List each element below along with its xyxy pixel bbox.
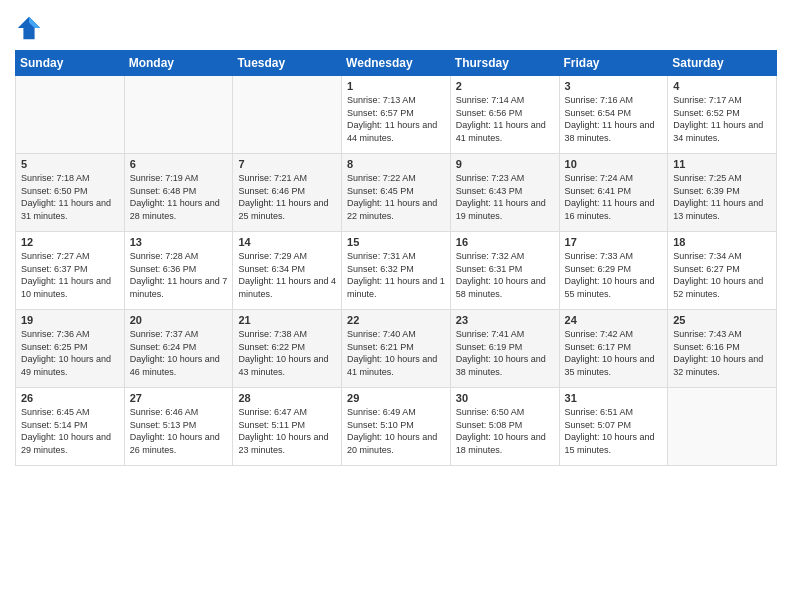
calendar-week-4: 19Sunrise: 7:36 AMSunset: 6:25 PMDayligh…	[16, 310, 777, 388]
calendar-cell: 30Sunrise: 6:50 AMSunset: 5:08 PMDayligh…	[450, 388, 559, 466]
day-number: 26	[21, 392, 119, 404]
day-number: 14	[238, 236, 336, 248]
calendar-week-2: 5Sunrise: 7:18 AMSunset: 6:50 PMDaylight…	[16, 154, 777, 232]
calendar-cell	[124, 76, 233, 154]
day-number: 24	[565, 314, 663, 326]
calendar-cell: 21Sunrise: 7:38 AMSunset: 6:22 PMDayligh…	[233, 310, 342, 388]
weekday-tuesday: Tuesday	[233, 51, 342, 76]
calendar-cell: 26Sunrise: 6:45 AMSunset: 5:14 PMDayligh…	[16, 388, 125, 466]
calendar-cell: 25Sunrise: 7:43 AMSunset: 6:16 PMDayligh…	[668, 310, 777, 388]
calendar-table: SundayMondayTuesdayWednesdayThursdayFrid…	[15, 50, 777, 466]
day-info: Sunrise: 6:45 AMSunset: 5:14 PMDaylight:…	[21, 406, 119, 456]
calendar-cell: 24Sunrise: 7:42 AMSunset: 6:17 PMDayligh…	[559, 310, 668, 388]
calendar-cell: 29Sunrise: 6:49 AMSunset: 5:10 PMDayligh…	[342, 388, 451, 466]
day-number: 25	[673, 314, 771, 326]
calendar-cell	[668, 388, 777, 466]
calendar-cell: 8Sunrise: 7:22 AMSunset: 6:45 PMDaylight…	[342, 154, 451, 232]
day-number: 10	[565, 158, 663, 170]
day-info: Sunrise: 7:31 AMSunset: 6:32 PMDaylight:…	[347, 250, 445, 300]
calendar-cell: 31Sunrise: 6:51 AMSunset: 5:07 PMDayligh…	[559, 388, 668, 466]
calendar-cell: 23Sunrise: 7:41 AMSunset: 6:19 PMDayligh…	[450, 310, 559, 388]
day-info: Sunrise: 6:49 AMSunset: 5:10 PMDaylight:…	[347, 406, 445, 456]
day-info: Sunrise: 6:51 AMSunset: 5:07 PMDaylight:…	[565, 406, 663, 456]
calendar-cell: 14Sunrise: 7:29 AMSunset: 6:34 PMDayligh…	[233, 232, 342, 310]
day-info: Sunrise: 7:19 AMSunset: 6:48 PMDaylight:…	[130, 172, 228, 222]
weekday-monday: Monday	[124, 51, 233, 76]
day-info: Sunrise: 7:34 AMSunset: 6:27 PMDaylight:…	[673, 250, 771, 300]
calendar-cell: 28Sunrise: 6:47 AMSunset: 5:11 PMDayligh…	[233, 388, 342, 466]
logo	[15, 14, 46, 42]
day-info: Sunrise: 7:27 AMSunset: 6:37 PMDaylight:…	[21, 250, 119, 300]
calendar-cell: 9Sunrise: 7:23 AMSunset: 6:43 PMDaylight…	[450, 154, 559, 232]
calendar-cell: 4Sunrise: 7:17 AMSunset: 6:52 PMDaylight…	[668, 76, 777, 154]
weekday-sunday: Sunday	[16, 51, 125, 76]
day-info: Sunrise: 7:43 AMSunset: 6:16 PMDaylight:…	[673, 328, 771, 378]
day-info: Sunrise: 6:47 AMSunset: 5:11 PMDaylight:…	[238, 406, 336, 456]
day-number: 1	[347, 80, 445, 92]
day-info: Sunrise: 7:22 AMSunset: 6:45 PMDaylight:…	[347, 172, 445, 222]
day-info: Sunrise: 7:41 AMSunset: 6:19 PMDaylight:…	[456, 328, 554, 378]
calendar-week-3: 12Sunrise: 7:27 AMSunset: 6:37 PMDayligh…	[16, 232, 777, 310]
day-number: 27	[130, 392, 228, 404]
calendar-cell: 5Sunrise: 7:18 AMSunset: 6:50 PMDaylight…	[16, 154, 125, 232]
calendar-cell: 3Sunrise: 7:16 AMSunset: 6:54 PMDaylight…	[559, 76, 668, 154]
day-number: 30	[456, 392, 554, 404]
calendar-cell: 11Sunrise: 7:25 AMSunset: 6:39 PMDayligh…	[668, 154, 777, 232]
day-number: 19	[21, 314, 119, 326]
day-info: Sunrise: 7:21 AMSunset: 6:46 PMDaylight:…	[238, 172, 336, 222]
calendar-cell: 20Sunrise: 7:37 AMSunset: 6:24 PMDayligh…	[124, 310, 233, 388]
page-header	[15, 10, 777, 42]
day-number: 7	[238, 158, 336, 170]
day-number: 5	[21, 158, 119, 170]
day-number: 31	[565, 392, 663, 404]
day-info: Sunrise: 7:28 AMSunset: 6:36 PMDaylight:…	[130, 250, 228, 300]
day-number: 18	[673, 236, 771, 248]
calendar-cell: 19Sunrise: 7:36 AMSunset: 6:25 PMDayligh…	[16, 310, 125, 388]
day-number: 6	[130, 158, 228, 170]
logo-icon	[15, 14, 43, 42]
day-info: Sunrise: 7:33 AMSunset: 6:29 PMDaylight:…	[565, 250, 663, 300]
day-info: Sunrise: 7:25 AMSunset: 6:39 PMDaylight:…	[673, 172, 771, 222]
calendar-week-1: 1Sunrise: 7:13 AMSunset: 6:57 PMDaylight…	[16, 76, 777, 154]
day-number: 20	[130, 314, 228, 326]
day-info: Sunrise: 7:40 AMSunset: 6:21 PMDaylight:…	[347, 328, 445, 378]
calendar-cell: 12Sunrise: 7:27 AMSunset: 6:37 PMDayligh…	[16, 232, 125, 310]
day-info: Sunrise: 6:50 AMSunset: 5:08 PMDaylight:…	[456, 406, 554, 456]
calendar-cell: 15Sunrise: 7:31 AMSunset: 6:32 PMDayligh…	[342, 232, 451, 310]
weekday-wednesday: Wednesday	[342, 51, 451, 76]
weekday-saturday: Saturday	[668, 51, 777, 76]
calendar-cell: 2Sunrise: 7:14 AMSunset: 6:56 PMDaylight…	[450, 76, 559, 154]
day-info: Sunrise: 7:36 AMSunset: 6:25 PMDaylight:…	[21, 328, 119, 378]
calendar-cell	[16, 76, 125, 154]
day-info: Sunrise: 7:37 AMSunset: 6:24 PMDaylight:…	[130, 328, 228, 378]
calendar-cell: 1Sunrise: 7:13 AMSunset: 6:57 PMDaylight…	[342, 76, 451, 154]
day-number: 15	[347, 236, 445, 248]
day-info: Sunrise: 7:18 AMSunset: 6:50 PMDaylight:…	[21, 172, 119, 222]
day-number: 13	[130, 236, 228, 248]
weekday-header-row: SundayMondayTuesdayWednesdayThursdayFrid…	[16, 51, 777, 76]
day-number: 11	[673, 158, 771, 170]
day-number: 12	[21, 236, 119, 248]
day-info: Sunrise: 7:23 AMSunset: 6:43 PMDaylight:…	[456, 172, 554, 222]
day-number: 4	[673, 80, 771, 92]
calendar-cell: 22Sunrise: 7:40 AMSunset: 6:21 PMDayligh…	[342, 310, 451, 388]
calendar-cell	[233, 76, 342, 154]
day-number: 28	[238, 392, 336, 404]
day-number: 29	[347, 392, 445, 404]
weekday-thursday: Thursday	[450, 51, 559, 76]
day-number: 21	[238, 314, 336, 326]
day-info: Sunrise: 7:32 AMSunset: 6:31 PMDaylight:…	[456, 250, 554, 300]
day-number: 3	[565, 80, 663, 92]
calendar-cell: 13Sunrise: 7:28 AMSunset: 6:36 PMDayligh…	[124, 232, 233, 310]
calendar-cell: 27Sunrise: 6:46 AMSunset: 5:13 PMDayligh…	[124, 388, 233, 466]
calendar-cell: 6Sunrise: 7:19 AMSunset: 6:48 PMDaylight…	[124, 154, 233, 232]
day-info: Sunrise: 7:38 AMSunset: 6:22 PMDaylight:…	[238, 328, 336, 378]
day-info: Sunrise: 7:24 AMSunset: 6:41 PMDaylight:…	[565, 172, 663, 222]
day-info: Sunrise: 7:13 AMSunset: 6:57 PMDaylight:…	[347, 94, 445, 144]
day-number: 8	[347, 158, 445, 170]
day-number: 9	[456, 158, 554, 170]
day-info: Sunrise: 7:17 AMSunset: 6:52 PMDaylight:…	[673, 94, 771, 144]
day-number: 22	[347, 314, 445, 326]
day-info: Sunrise: 7:42 AMSunset: 6:17 PMDaylight:…	[565, 328, 663, 378]
calendar-cell: 18Sunrise: 7:34 AMSunset: 6:27 PMDayligh…	[668, 232, 777, 310]
